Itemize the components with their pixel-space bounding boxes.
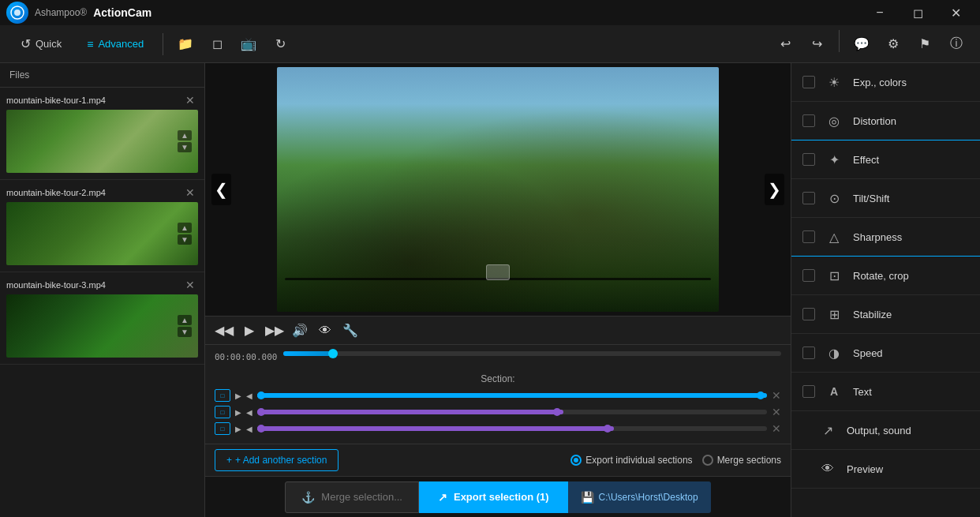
file-item-1-header: mountain-bike-tour-1.mp4 ✕ <box>6 94 198 107</box>
settings-ctrl-button[interactable]: 🔧 <box>341 321 360 340</box>
panel-checkbox-text[interactable] <box>802 385 815 398</box>
chat-button[interactable]: 💬 <box>847 30 876 58</box>
video-prev-button[interactable]: ❮ <box>211 174 231 205</box>
panel-item-effect[interactable]: ✦ Effect <box>791 140 980 179</box>
toolbar-separator-2 <box>839 30 840 52</box>
panel-checkbox-rotate-crop[interactable] <box>802 269 815 282</box>
file-close-1[interactable]: ✕ <box>182 94 198 107</box>
panel-checkbox-stabilize[interactable] <box>802 308 815 320</box>
section-arrow-right-2[interactable]: ▶ <box>235 408 241 417</box>
minimize-button[interactable]: − <box>862 0 898 25</box>
section-slider-2[interactable] <box>257 410 767 414</box>
merge-selection-button[interactable]: ⚓ Merge selection... <box>285 481 419 513</box>
section-close-3[interactable]: ✕ <box>772 422 781 435</box>
panel-item-output-sound[interactable]: ↗ Output, sound <box>791 411 980 450</box>
settings-button[interactable]: ⚙ <box>879 30 907 58</box>
panel-label-preview: Preview <box>847 463 969 475</box>
export-selection-button[interactable]: ↗ Export selection (1) <box>419 481 568 513</box>
file-thumbnail-3[interactable]: ▲ ▼ <box>6 294 198 358</box>
arrow-up-1[interactable]: ▲ <box>178 130 192 140</box>
file-thumbnail-1[interactable]: ▲ ▼ <box>6 110 198 173</box>
arrow-up-3[interactable]: ▲ <box>178 315 192 325</box>
speed-icon: ◑ <box>825 343 843 362</box>
panel-item-rotate-crop[interactable]: ⊡ Rotate, crop <box>791 257 980 295</box>
rotate-crop-icon: ⊡ <box>825 266 843 285</box>
panel-label-output-sound: Output, sound <box>847 425 969 436</box>
file-close-3[interactable]: ✕ <box>182 279 198 291</box>
skip-forward-button[interactable]: ▶▶ <box>265 321 284 340</box>
clip-button[interactable]: 📺 <box>234 30 263 58</box>
open-file-button[interactable]: 📁 <box>171 30 200 58</box>
timeline-thumb <box>328 349 338 358</box>
panel-checkbox-tilt-shift[interactable] <box>802 192 815 204</box>
file-arrows-2: ▲ ▼ <box>178 223 192 245</box>
panel-item-speed[interactable]: ◑ Speed <box>791 334 980 373</box>
quick-label: Quick <box>36 38 62 50</box>
section-arrow-left-1[interactable]: ◀ <box>246 391 252 400</box>
section-slider-1[interactable] <box>257 393 767 398</box>
file-thumbnail-2[interactable]: ▲ ▼ <box>6 202 198 265</box>
export-path-button[interactable]: 💾 C:\Users\Horst\Desktop <box>568 481 711 513</box>
panel-item-stabilize[interactable]: ⊞ Stabilize <box>791 295 980 334</box>
arrow-down-2[interactable]: ▼ <box>178 234 192 245</box>
volume-button[interactable]: 🔊 <box>290 321 309 340</box>
panel-label-text: Text <box>853 386 969 398</box>
undo-button[interactable]: ↩ <box>771 30 799 58</box>
panel-label-tilt-shift: Tilt/Shift <box>853 193 969 204</box>
merge-selection-icon: ⚓ <box>301 491 315 504</box>
panel-item-tilt-shift[interactable]: ⊙ Tilt/Shift <box>791 179 980 218</box>
export-individual-radio[interactable] <box>570 455 582 466</box>
info-button[interactable]: ⓘ <box>942 30 971 58</box>
section-label: Section: <box>215 373 781 384</box>
export-selection-icon: ↗ <box>438 491 447 504</box>
arrow-up-2[interactable]: ▲ <box>178 223 192 233</box>
redo-button[interactable]: ↪ <box>802 30 831 58</box>
section-icon-1: □ <box>215 389 230 402</box>
panel-checkbox-sharpness[interactable] <box>802 230 815 243</box>
file-close-2[interactable]: ✕ <box>182 186 198 199</box>
timeline-bar[interactable] <box>283 351 781 356</box>
merge-sections-radio[interactable] <box>702 455 713 466</box>
panel-item-exp-colors[interactable]: ☀ Exp., colors <box>791 63 980 102</box>
preview-icon: 👁 <box>818 459 837 478</box>
panel-item-distortion[interactable]: ◎ Distortion <box>791 102 980 140</box>
quick-icon: ↺ <box>21 36 31 51</box>
arrow-down-3[interactable]: ▼ <box>178 327 192 337</box>
arrow-down-1[interactable]: ▼ <box>178 142 192 152</box>
panel-checkbox-exp-colors[interactable] <box>802 76 815 88</box>
video-next-button[interactable]: ❯ <box>765 174 784 205</box>
skip-back-button[interactable]: ◀◀ <box>215 321 234 340</box>
panel-item-preview[interactable]: 👁 Preview <box>791 450 980 489</box>
panel-checkbox-effect[interactable] <box>802 153 815 166</box>
file-item-1: mountain-bike-tour-1.mp4 ✕ ▲ ▼ <box>0 88 204 180</box>
player-controls: ◀◀ ▶ ▶▶ 🔊 👁 🔧 <box>205 316 791 344</box>
visibility-button[interactable]: 👁 <box>316 321 335 340</box>
section-row-2: □ ▶ ◀ ✕ <box>215 406 781 418</box>
export-individual-option[interactable]: Export individual sections <box>570 455 692 466</box>
flag-button[interactable]: ⚑ <box>911 30 939 58</box>
panel-item-text[interactable]: A Text <box>791 373 980 411</box>
new-window-button[interactable]: ◻ <box>203 30 231 58</box>
add-section-button[interactable]: + + Add another section <box>215 449 339 471</box>
advanced-label: Advanced <box>98 38 144 50</box>
panel-checkbox-speed[interactable] <box>802 347 815 359</box>
section-arrow-right-1[interactable]: ▶ <box>235 391 241 400</box>
merge-sections-option[interactable]: Merge sections <box>702 455 781 466</box>
section-arrow-left-3[interactable]: ◀ <box>246 425 252 433</box>
advanced-button[interactable]: ≡ Advanced <box>76 30 155 58</box>
timeline-fill <box>283 351 333 356</box>
refresh-button[interactable]: ↻ <box>266 30 294 58</box>
titlebar: Ashampoo® ActionCam − ◻ ✕ <box>0 0 980 25</box>
section-arrow-right-3[interactable]: ▶ <box>235 425 241 433</box>
section-slider-3[interactable] <box>257 426 767 431</box>
export-path-icon: 💾 <box>581 491 594 504</box>
panel-checkbox-distortion[interactable] <box>802 114 815 127</box>
quick-button[interactable]: ↺ Quick <box>9 30 73 58</box>
section-arrow-left-2[interactable]: ◀ <box>246 408 252 417</box>
play-button[interactable]: ▶ <box>240 321 259 340</box>
section-close-2[interactable]: ✕ <box>772 406 781 418</box>
close-button[interactable]: ✕ <box>937 0 974 25</box>
maximize-button[interactable]: ◻ <box>900 0 936 25</box>
section-close-1[interactable]: ✕ <box>772 389 781 402</box>
panel-item-sharpness[interactable]: △ Sharpness <box>791 218 980 257</box>
